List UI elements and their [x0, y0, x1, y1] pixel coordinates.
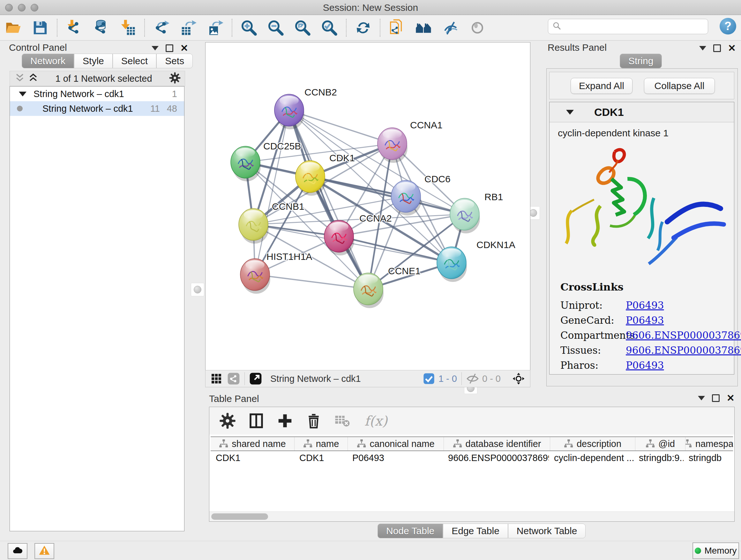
edge-CCNB2-CCNA1[interactable] [289, 110, 392, 144]
tab-string[interactable]: String [620, 54, 662, 68]
crosslink-link[interactable]: P06493 [626, 314, 664, 326]
close-results-icon[interactable]: ✕ [728, 44, 736, 53]
node-CDKN1A[interactable]: CDKN1A [437, 240, 515, 282]
close-table-panel-icon[interactable]: ✕ [727, 393, 735, 403]
warnings-button[interactable] [35, 543, 54, 559]
share-document-icon[interactable] [388, 18, 406, 37]
crosslink-link[interactable]: P06493 [626, 360, 664, 371]
expand-all-networks-icon[interactable] [28, 72, 39, 84]
collection-expand-icon[interactable] [19, 91, 26, 97]
gene-card-collapse-icon[interactable] [566, 110, 574, 115]
collapse-all-button[interactable]: Collapse All [644, 78, 715, 94]
cell-description[interactable]: cyclin-dependent ... [549, 453, 634, 463]
node-label-CCNB1: CCNB1 [272, 201, 305, 212]
tab-style[interactable]: Style [74, 54, 113, 68]
float-results-icon[interactable] [713, 44, 721, 52]
column-header-namespace[interactable]: namespace [685, 437, 733, 450]
open-session-icon[interactable] [4, 18, 23, 37]
column-header--id[interactable]: @id [635, 437, 685, 450]
presentation-icon[interactable] [468, 18, 487, 37]
houses-icon[interactable] [414, 18, 433, 37]
cell-shared-name[interactable]: CDK1 [211, 453, 294, 463]
node-CCNA1[interactable]: CCNA1 [378, 120, 443, 163]
show-columns-icon[interactable] [247, 412, 266, 430]
expand-all-button[interactable]: Expand All [570, 78, 632, 94]
collapse-panel-icon[interactable] [151, 46, 158, 51]
cell-name[interactable]: CDK1 [294, 453, 347, 463]
function-builder-icon[interactable]: f(x) [364, 413, 387, 429]
collapse-results-icon[interactable] [699, 46, 706, 51]
node-HIST1H1A[interactable]: HIST1H1A [240, 251, 312, 294]
import-network-database-icon[interactable] [91, 18, 110, 37]
node-CDC25B[interactable]: CDC25B [231, 141, 301, 181]
crosslink-link[interactable]: 9606.ENSP00000378699 [626, 329, 741, 341]
save-session-icon[interactable] [31, 18, 50, 37]
selected-checkbox-icon[interactable] [422, 372, 435, 385]
tab-edge-table[interactable]: Edge Table [443, 523, 508, 538]
add-column-icon[interactable] [276, 412, 294, 430]
hidden-eye-icon[interactable] [466, 372, 479, 385]
column-header-description[interactable]: description [550, 437, 635, 450]
close-panel-icon[interactable]: ✕ [180, 44, 188, 53]
zoom-out-icon[interactable] [266, 18, 285, 37]
column-header-database-identifier[interactable]: database identifier [444, 437, 550, 450]
collapse-all-networks-icon[interactable] [14, 72, 25, 84]
network-row-label: String Network – cdk1 [43, 104, 133, 114]
search-input[interactable] [564, 20, 708, 33]
crosslink-row: Tissues:9606.ENSP00000378699 [560, 343, 741, 358]
table-panel: Table Panel ✕ f(x) shared namenamecanoni… [205, 393, 738, 541]
update-network-icon[interactable] [354, 18, 373, 37]
table-horizontal-scrollbar[interactable] [209, 511, 734, 521]
network-collection-row[interactable]: String Network – cdk1 1 [10, 86, 184, 101]
collapse-table-panel-icon[interactable] [698, 396, 705, 400]
column-header-canonical-name[interactable]: canonical name [348, 437, 444, 450]
tab-sets[interactable]: Sets [156, 54, 193, 68]
cell-canonical-name[interactable]: P06493 [347, 453, 443, 463]
fit-content-icon[interactable] [512, 372, 525, 385]
zoom-in-icon[interactable] [240, 18, 258, 37]
column-header-name[interactable]: name [294, 437, 348, 450]
table-row[interactable]: CDK1CDK1P064939606.ENSP00000378699cyclin… [211, 451, 733, 464]
zoom-selected-icon[interactable] [320, 18, 339, 37]
tab-network-table[interactable]: Network Table [508, 523, 586, 538]
cell--id[interactable]: stringdb:9... [634, 453, 684, 463]
tab-node-table[interactable]: Node Table [378, 523, 443, 538]
memory-button[interactable]: Memory [692, 543, 739, 559]
network-row[interactable]: String Network – cdk1 11 48 [10, 101, 184, 116]
crosslink-link[interactable]: 9606.ENSP00000378699 [626, 345, 741, 356]
import-network-file-icon[interactable] [65, 18, 83, 37]
search-field[interactable] [548, 19, 708, 34]
birdseye-grid-icon[interactable] [210, 372, 223, 385]
export-image-icon[interactable] [206, 18, 224, 37]
string-renderer-icon[interactable] [227, 372, 240, 385]
tab-network[interactable]: Network [22, 54, 74, 68]
delete-table-icon[interactable] [333, 412, 352, 430]
cell-namespace[interactable]: stringdb [684, 453, 733, 463]
float-panel-icon[interactable] [165, 44, 173, 52]
cloud-status-button[interactable] [8, 543, 27, 559]
edge-CCNA2-CDKN1A[interactable] [339, 236, 452, 263]
scrollbar-thumb[interactable] [211, 513, 268, 520]
cell-database-identifier[interactable]: 9606.ENSP00000378699 [443, 453, 549, 463]
column-header-shared-name[interactable]: shared name [211, 437, 294, 450]
gene-card-header[interactable]: CDK1 [549, 102, 734, 122]
left-splitter-handle[interactable] [191, 283, 204, 296]
export-table-icon[interactable] [179, 18, 198, 37]
delete-column-icon[interactable] [305, 412, 323, 430]
tab-select[interactable]: Select [113, 54, 156, 68]
export-network-icon[interactable] [152, 18, 171, 37]
edge-CCNE1-HIST1H1A[interactable] [255, 274, 368, 289]
node-RB1[interactable]: RB1 [450, 192, 503, 233]
table-options-gear-icon[interactable] [218, 412, 237, 430]
network-options-gear-icon[interactable] [169, 72, 181, 85]
detach-view-icon[interactable] [249, 372, 262, 385]
edge-CCNB2-CCNE1[interactable] [289, 110, 368, 289]
import-table-icon[interactable] [118, 18, 137, 37]
float-table-panel-icon[interactable] [712, 394, 720, 402]
help-button[interactable]: ? [720, 18, 736, 35]
node-CCNE1[interactable]: CCNE1 [354, 266, 421, 308]
graphics-details-icon[interactable] [441, 18, 460, 37]
zoom-fit-icon[interactable] [293, 18, 312, 37]
network-canvas[interactable]: CCNB2CCNA1CDC25BCDK1CDC6RB1CCNB1CCNA2CDK… [205, 42, 530, 370]
crosslink-link[interactable]: P06493 [626, 300, 664, 311]
